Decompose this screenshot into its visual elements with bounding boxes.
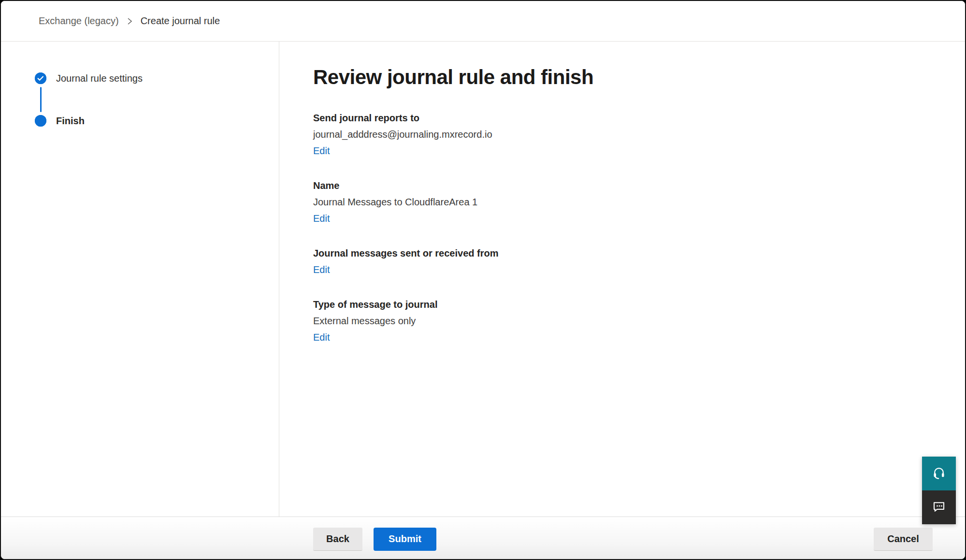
support-button[interactable] — [922, 457, 956, 490]
wizard-step-label: Journal rule settings — [56, 73, 143, 84]
headset-icon — [932, 466, 946, 482]
section-value: External messages only — [313, 314, 936, 328]
wizard-step-finish[interactable]: Finish — [35, 115, 279, 127]
floating-help-stack — [922, 457, 956, 524]
footer-action-bar: Back Submit Cancel — [1, 517, 965, 560]
section-value: Journal Messages to CloudflareArea 1 — [313, 195, 936, 209]
page-title: Review journal rule and finish — [313, 66, 936, 89]
wizard-step-journal-rule-settings[interactable]: Journal rule settings — [35, 72, 279, 84]
step-current-dot-icon — [35, 115, 46, 127]
section-label: Name — [313, 179, 936, 192]
wizard-step-label: Finish — [56, 115, 85, 127]
section-value: journal_adddress@journaling.mxrecord.io — [313, 128, 936, 141]
edit-name-link[interactable]: Edit — [313, 212, 330, 225]
wizard-steps-sidebar: Journal rule settings Finish — [1, 42, 279, 517]
edit-type-of-message-link[interactable]: Edit — [313, 330, 330, 344]
section-label: Type of message to journal — [313, 298, 936, 311]
step-connector-line — [40, 87, 42, 112]
breadcrumb-chevron-icon — [127, 17, 133, 26]
breadcrumb-bar: Exchange (legacy) Create journal rule — [1, 1, 965, 42]
section-send-journal-reports-to: Send journal reports to journal_adddress… — [313, 111, 936, 158]
step-completed-check-icon — [35, 72, 46, 84]
cancel-button[interactable]: Cancel — [874, 528, 933, 551]
breadcrumb-current-page: Create journal rule — [141, 15, 220, 27]
breadcrumb: Exchange (legacy) Create journal rule — [39, 15, 220, 27]
content-row: Journal rule settings Finish Review jour… — [1, 42, 965, 517]
review-sections: Send journal reports to journal_adddress… — [313, 111, 936, 344]
section-type-of-message: Type of message to journal External mess… — [313, 298, 936, 344]
feedback-button[interactable] — [922, 490, 956, 524]
back-button[interactable]: Back — [313, 528, 362, 551]
section-name: Name Journal Messages to CloudflareArea … — [313, 179, 936, 225]
edit-send-journal-reports-link[interactable]: Edit — [313, 144, 330, 158]
edit-journal-messages-scope-link[interactable]: Edit — [313, 263, 330, 276]
section-label: Journal messages sent or received from — [313, 246, 936, 260]
submit-button[interactable]: Submit — [374, 528, 436, 551]
chat-icon — [932, 500, 946, 516]
review-panel: Review journal rule and finish Send jour… — [279, 42, 965, 517]
section-label: Send journal reports to — [313, 111, 936, 125]
section-journal-messages-scope: Journal messages sent or received from E… — [313, 246, 936, 276]
breadcrumb-link-exchange-legacy[interactable]: Exchange (legacy) — [39, 15, 119, 27]
exchange-admin-window: Exchange (legacy) Create journal rule Jo… — [0, 0, 966, 560]
